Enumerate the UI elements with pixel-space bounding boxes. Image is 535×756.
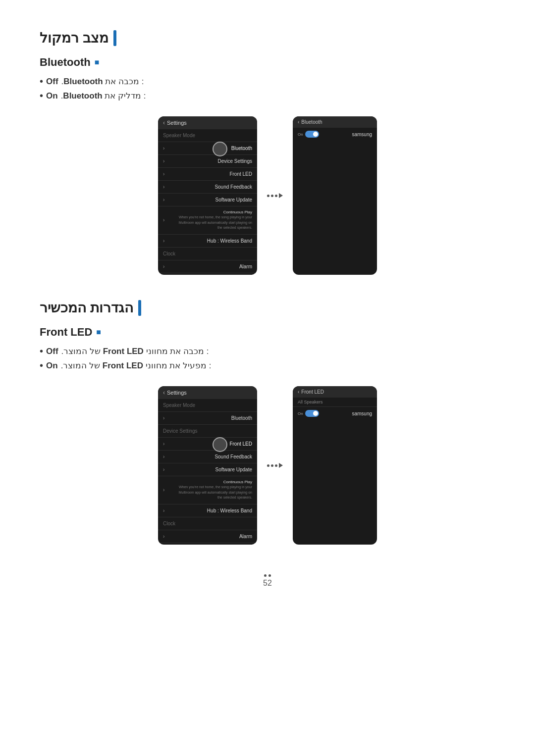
bluetooth-item-1[interactable]: › Bluetooth	[158, 142, 257, 155]
arrow-connector-2	[257, 463, 293, 468]
front-led-screen: ‹ Front LED All Speakers On samsung	[293, 386, 377, 545]
hub-wireless-item-2[interactable]: › Hub : Wireless Band	[158, 504, 257, 517]
alarm-item-1[interactable]: › Alarm	[158, 260, 257, 273]
chevron-right-icon: ›	[163, 415, 164, 421]
chevron-right-icon: ›	[163, 467, 164, 472]
front-led-item-2[interactable]: › Front LED	[158, 438, 257, 451]
page-dots	[40, 574, 495, 577]
device-settings-item-2: Device Settings	[158, 425, 257, 438]
front-led-bullets: : מכבה את מחווני Front LED של המוצר. Off…	[40, 346, 495, 371]
clock-item-1: Clock	[158, 248, 257, 260]
chevron-right-icon: ›	[163, 146, 164, 151]
sleep-timer-item-1[interactable]: › Sleep Timer	[158, 273, 257, 275]
front-led-device-row: On samsung	[293, 407, 377, 420]
front-led-item-1[interactable]: › Front LED	[158, 168, 257, 181]
continuous-play-item-2[interactable]: › Continuous PlayWhen you're not home, t…	[158, 476, 257, 504]
settings-title-2: Settings	[167, 390, 187, 396]
sound-feedback-item-2[interactable]: › Sound Feedback	[158, 451, 257, 463]
dot-3	[275, 195, 277, 197]
toggle-on-label-2: On	[298, 411, 303, 416]
back-arrow-icon-2: ‹	[298, 119, 299, 125]
chevron-right-icon: ›	[163, 508, 164, 513]
section2-title: הגדרות המכשיר	[40, 300, 495, 316]
continuous-play-item-1[interactable]: › Continuous PlayWhen you're not home, t…	[158, 206, 257, 235]
arrow-head-1	[279, 193, 283, 198]
settings-header-1: ‹ Settings	[158, 116, 257, 129]
diagram2-row: ‹ Settings Speaker Mode › Bluetooth Devi…	[40, 386, 495, 545]
front-led-device-name: samsung	[352, 411, 372, 416]
front-led-bullet-off: : מכבה את מחווני Front LED של המוצר. Off	[40, 346, 485, 357]
chevron-right-icon: ›	[163, 217, 164, 223]
hub-wireless-item-1[interactable]: › Hub : Wireless Band	[158, 235, 257, 248]
clock-item-2: Clock	[158, 517, 257, 530]
page-number: 52	[263, 579, 272, 587]
speaker-mode-item-2: Speaker Mode	[158, 399, 257, 412]
device-settings-item-1[interactable]: › Device Settings	[158, 155, 257, 168]
chevron-right-icon: ›	[163, 158, 164, 164]
chevron-right-icon: ›	[163, 454, 164, 459]
bluetooth-subtitle: Bluetooth	[40, 56, 495, 69]
front-led-header: ‹ Front LED	[293, 386, 377, 398]
settings-header-2: ‹ Settings	[158, 386, 257, 399]
back-arrow-icon: ‹	[163, 119, 165, 126]
diagram1-row: ‹ Settings Speaker Mode › Bluetooth › De…	[40, 116, 495, 275]
back-arrow-icon-4: ‹	[298, 389, 299, 395]
toggle-on-label-1: On	[298, 132, 303, 137]
dots-arrow-1	[267, 193, 283, 198]
front-led-bullet-on: : מפעיל את מחווני Front LED של המוצר. On	[40, 360, 485, 371]
bluetooth-bullet-on: : מדליק את Bluetooth. On	[40, 90, 485, 101]
sleep-timer-item-2[interactable]: › Sleep Timer	[158, 543, 257, 545]
arrow-connector-1	[257, 193, 293, 198]
dot-6	[275, 464, 277, 467]
section2: הגדרות המכשיר Front LED : מכבה את מחווני…	[40, 300, 495, 545]
bluetooth-toggle[interactable]	[305, 131, 319, 138]
dot-1	[267, 195, 269, 197]
speaker-mode-item: Speaker Mode	[158, 129, 257, 142]
chevron-right-icon: ›	[163, 534, 164, 539]
front-led-subtitle: Front LED	[40, 326, 495, 339]
dot-4	[267, 464, 269, 467]
all-speakers-label: All Speakers	[293, 398, 377, 407]
chevron-right-icon: ›	[163, 171, 164, 177]
bluetooth-title: Bluetooth	[301, 119, 322, 125]
settings-title-1: Settings	[167, 120, 187, 126]
dots-arrow-2	[267, 463, 283, 468]
front-led-toggle[interactable]	[305, 410, 319, 417]
bluetooth-device-name: samsung	[352, 132, 372, 137]
alarm-item-2[interactable]: › Alarm	[158, 530, 257, 543]
chevron-right-icon: ›	[163, 238, 164, 244]
page-container: מצב רמקול Bluetooth : מכבה את Bluetooth.…	[0, 0, 535, 617]
arrow-head-2	[279, 463, 283, 468]
chevron-right-icon: ›	[163, 487, 164, 493]
bluetooth-bullet-off: : מכבה את Bluetooth. Off	[40, 76, 485, 87]
page-dot-2	[264, 574, 267, 577]
chevron-right-icon: ›	[163, 441, 164, 447]
dot-5	[271, 464, 273, 467]
sound-feedback-item-1[interactable]: › Sound Feedback	[158, 181, 257, 194]
page-number-container: 52	[40, 574, 495, 588]
bluetooth-header: ‹ Bluetooth	[293, 116, 377, 128]
bluetooth-device-row: On samsung	[293, 128, 377, 141]
chevron-right-icon: ›	[163, 184, 164, 190]
settings-screen-2: ‹ Settings Speaker Mode › Bluetooth Devi…	[158, 386, 257, 545]
bluetooth-bullets: : מכבה את Bluetooth. Off : מדליק את Blue…	[40, 76, 495, 101]
software-update-item-1[interactable]: › Software Update	[158, 194, 257, 206]
dot-2	[271, 195, 273, 197]
settings-screen-1: ‹ Settings Speaker Mode › Bluetooth › De…	[158, 116, 257, 275]
chevron-right-icon: ›	[163, 197, 164, 202]
bluetooth-item-2[interactable]: › Bluetooth	[158, 412, 257, 425]
back-arrow-icon-3: ‹	[163, 389, 165, 396]
page-dot-1	[268, 574, 271, 577]
front-led-title: Front LED	[301, 389, 324, 395]
section1: מצב רמקול Bluetooth : מכבה את Bluetooth.…	[40, 30, 495, 275]
bluetooth-screen: ‹ Bluetooth On samsung	[293, 116, 377, 275]
chevron-right-icon: ›	[163, 264, 164, 269]
software-update-item-2[interactable]: › Software Update	[158, 463, 257, 476]
section1-title: מצב רמקול	[40, 30, 495, 46]
